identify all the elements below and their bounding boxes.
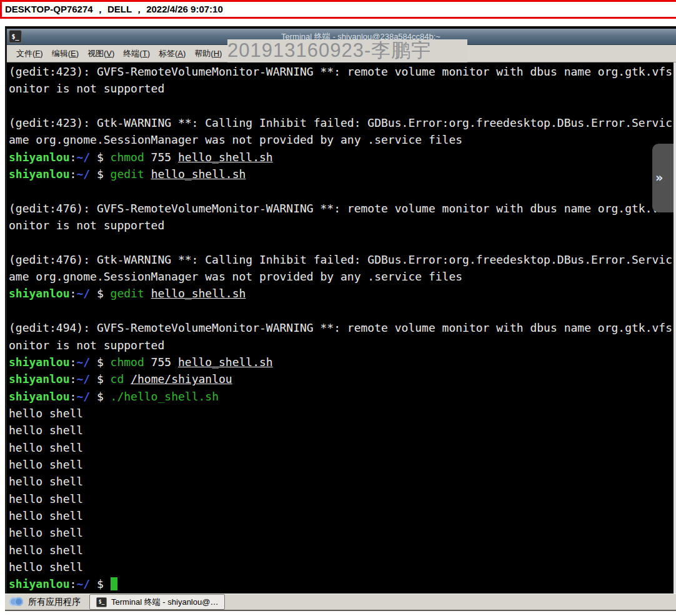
terminal-seg-user: shiyanlou xyxy=(9,167,70,181)
host-info-text: DESKTOP-QP76274 ， DELL ， 2022/4/26 9:07:… xyxy=(5,4,223,16)
terminal-seg-plain: $ xyxy=(90,151,111,164)
terminal-seg-plain: 755 xyxy=(144,355,178,369)
menu-item-h[interactable]: 帮助(H) xyxy=(190,48,226,59)
terminal-seg-path: ~/ xyxy=(76,390,90,403)
terminal-seg-path: ~/ xyxy=(76,287,90,300)
terminal-seg-plain: $ xyxy=(90,287,111,300)
menu-item-t[interactable]: 终端(T) xyxy=(119,48,154,59)
terminal-seg-plain: : xyxy=(70,372,77,385)
terminal-task-label: Terminal 终端 - shiyanlou@… xyxy=(111,597,218,608)
terminal-scrollbar[interactable] xyxy=(674,62,676,594)
terminal-seg-plain: $ xyxy=(90,167,111,181)
terminal-seg-plain: hello shell xyxy=(9,560,83,574)
terminal-seg-plain: (gedit:476): GVFS-RemoteVolumeMonitor-WA… xyxy=(9,202,672,215)
terminal-line: hello shell xyxy=(9,524,676,541)
terminal-line: shiyanlou:~/ $ chmod 755 hello_shell.sh xyxy=(9,149,676,166)
terminal-screen[interactable]: (gedit:423): GVFS-RemoteVolumeMonitor-WA… xyxy=(7,62,676,594)
terminal-line: hello shell xyxy=(9,507,676,524)
terminal-output: (gedit:423): GVFS-RemoteVolumeMonitor-WA… xyxy=(9,63,676,593)
terminal-line: onitor is not supported xyxy=(9,80,676,97)
terminal-seg-plain: $ xyxy=(90,577,111,590)
terminal-seg-user: shiyanlou xyxy=(9,287,70,300)
all-applications-button[interactable]: 所有应用程序 xyxy=(5,594,88,610)
terminal-seg-plain xyxy=(124,372,131,385)
terminal-line: shiyanlou:~/ $ ./hello_shell.sh xyxy=(9,388,676,405)
menu-item-f[interactable]: 文件(F) xyxy=(12,48,47,59)
terminal-line: hello shell xyxy=(9,422,676,439)
terminal-seg-file: hello_shell.sh xyxy=(178,151,273,164)
terminal-seg-plain: hello shell xyxy=(9,509,83,522)
student-id-watermark: 201913160923-李鹏宇 xyxy=(227,39,467,62)
terminal-seg-plain: hello shell xyxy=(9,458,83,471)
terminal-line: (gedit:494): GVFS-RemoteVolumeMonitor-WA… xyxy=(9,319,676,336)
terminal-seg-plain: hello shell xyxy=(9,544,83,557)
terminal-line: hello shell xyxy=(9,542,676,559)
terminal-line: ame org.gnome.SessionManager was not pro… xyxy=(9,268,676,285)
terminal-seg-path: ~/ xyxy=(76,372,90,385)
terminal-seg-file: /home/shiyanlou xyxy=(131,372,232,385)
terminal-line: (gedit:476): Gtk-WARNING **: Calling Inh… xyxy=(9,251,676,268)
terminal-seg-plain: hello shell xyxy=(9,526,83,539)
terminal-seg-plain: hello shell xyxy=(9,492,83,505)
terminal-seg-user: shiyanlou xyxy=(9,151,70,164)
terminal-line xyxy=(9,97,676,114)
terminal-seg-plain: hello shell xyxy=(9,441,83,454)
terminal-seg-file: hello_shell.sh xyxy=(178,355,273,369)
terminal-seg-plain: : xyxy=(70,151,77,164)
terminal-seg-plain: ame org.gnome.SessionManager was not pro… xyxy=(9,133,462,146)
terminal-line: shiyanlou:~/ $ chmod 755 hello_shell.sh xyxy=(9,354,676,370)
terminal-seg-plain: hello shell xyxy=(9,475,83,488)
terminal-line: shiyanlou:~/ $ gedit hello_shell.sh xyxy=(9,285,676,302)
terminal-seg-user: shiyanlou xyxy=(9,372,70,385)
taskbar-terminal-task[interactable]: $_ Terminal 终端 - shiyanlou@… xyxy=(89,594,225,610)
terminal-seg-user: shiyanlou xyxy=(9,390,70,403)
terminal-seg-cmd: ./hello_shell.sh xyxy=(111,390,219,403)
terminal-seg-plain: (gedit:423): GVFS-RemoteVolumeMonitor-WA… xyxy=(9,65,672,78)
terminal-seg-plain: 755 xyxy=(144,151,178,164)
terminal-seg-plain xyxy=(144,167,151,181)
terminal-seg-plain: hello shell xyxy=(9,424,83,437)
terminal-line: hello shell xyxy=(9,559,676,575)
terminal-seg-plain: : xyxy=(70,577,77,590)
terminal-line: shiyanlou:~/ $ cd /home/shiyanlou xyxy=(9,370,676,387)
terminal-seg-plain: : xyxy=(70,390,77,403)
terminal-line: (gedit:423): GVFS-RemoteVolumeMonitor-WA… xyxy=(9,63,676,80)
terminal-seg-plain xyxy=(144,287,151,300)
all-applications-label: 所有应用程序 xyxy=(28,597,81,608)
taskbar: 所有应用程序 $_ Terminal 终端 - shiyanlou@… xyxy=(5,594,676,611)
terminal-line: shiyanlou:~/ $ gedit hello_shell.sh xyxy=(9,166,676,182)
terminal-seg-plain: hello shell xyxy=(9,407,83,420)
panel-expand-tab[interactable]: » xyxy=(652,144,674,212)
terminal-seg-plain: : xyxy=(70,167,77,181)
terminal-cursor xyxy=(111,577,117,590)
terminal-seg-user: shiyanlou xyxy=(9,355,70,369)
terminal-line xyxy=(9,302,676,319)
terminal-task-icon: $_ xyxy=(96,597,107,607)
host-info-banner: DESKTOP-QP76274 ， DELL ， 2022/4/26 9:07:… xyxy=(0,0,676,19)
terminal-app-icon: $_ xyxy=(9,30,22,43)
terminal-seg-user: shiyanlou xyxy=(9,577,70,590)
menu-item-a[interactable]: 标签(A) xyxy=(154,48,190,59)
terminal-seg-plain: ame org.gnome.SessionManager was not pro… xyxy=(9,270,462,283)
terminal-window: $_ Terminal 终端 - shiyanlou@238a584cc84b:… xyxy=(5,26,676,594)
terminal-seg-plain: onitor is not supported xyxy=(9,219,164,232)
terminal-seg-plain: $ xyxy=(90,372,111,385)
terminal-seg-cmd: cd xyxy=(111,372,124,385)
shiyanlou-logo-icon xyxy=(9,597,24,607)
terminal-line: hello shell xyxy=(9,490,676,507)
terminal-line: hello shell xyxy=(9,405,676,422)
terminal-line: onitor is not supported xyxy=(9,337,676,354)
chevron-right-icon: » xyxy=(655,169,663,186)
menu-item-e[interactable]: 编辑(E) xyxy=(47,48,83,59)
terminal-line: ame org.gnome.SessionManager was not pro… xyxy=(9,131,676,148)
terminal-line: hello shell xyxy=(9,473,676,490)
terminal-seg-cmd: chmod xyxy=(111,355,144,369)
terminal-seg-plain: $ xyxy=(90,390,111,403)
terminal-seg-cmd: chmod xyxy=(111,151,144,164)
terminal-line: hello shell xyxy=(9,456,676,473)
menu-item-v[interactable]: 视图(V) xyxy=(83,48,119,59)
terminal-line: shiyanlou:~/ $ xyxy=(9,575,676,592)
terminal-seg-path: ~/ xyxy=(76,167,90,181)
terminal-seg-plain: onitor is not supported xyxy=(9,82,164,95)
terminal-seg-file: hello_shell.sh xyxy=(151,167,246,181)
